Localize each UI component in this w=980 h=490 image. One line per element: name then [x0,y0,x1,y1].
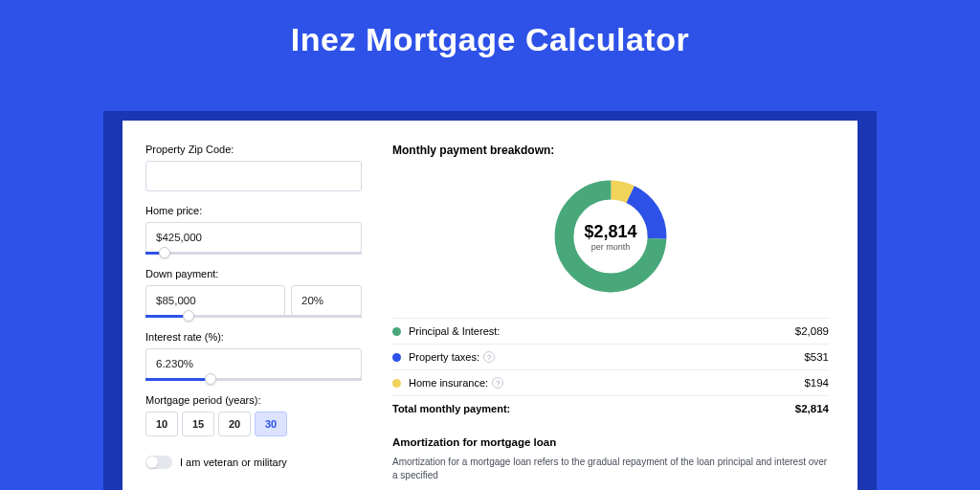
period-group: 10 15 20 30 [145,412,362,436]
legend-label: Property taxes: [409,351,479,363]
info-icon[interactable]: ? [483,351,495,363]
period-option-15[interactable]: 15 [182,412,214,436]
period-option-30[interactable]: 30 [255,412,287,436]
form-panel: Property Zip Code: Home price: Down paym… [122,121,373,490]
legend-label: Home insurance: [409,377,488,389]
info-icon[interactable]: ? [492,377,503,389]
legend-total-row: Total monthly payment: $2,814 [392,395,829,421]
period-label: Mortgage period (years): [145,394,362,406]
breakdown-donut-chart: $2,814 per month [549,175,672,298]
interest-rate-input[interactable] [145,348,362,379]
down-payment-label: Down payment: [145,268,362,279]
veteran-toggle[interactable] [145,456,172,469]
legend-value: $2,089 [795,325,829,337]
donut-total-amount: $2,814 [584,222,636,242]
down-payment-input[interactable] [145,285,285,316]
zip-input[interactable] [145,161,362,191]
legend-row: Home insurance: ? $194 [392,369,829,395]
calculator-card: Property Zip Code: Home price: Down paym… [122,121,858,490]
legend-value: $194 [804,377,829,389]
legend-dot-icon [392,353,401,362]
legend-dot-icon [392,327,401,336]
donut-per-month: per month [591,242,631,252]
slider-thumb[interactable] [205,373,216,385]
interest-rate-slider[interactable] [145,378,362,381]
page-title: Inez Mortgage Calculator [0,0,980,66]
slider-thumb[interactable] [159,247,170,258]
interest-rate-label: Interest rate (%): [145,331,362,343]
breakdown-title: Monthly payment breakdown: [392,144,829,157]
amortization-title: Amortization for mortgage loan [392,436,829,448]
legend-row: Property taxes: ? $531 [392,344,829,369]
legend-value: $531 [804,351,829,363]
slider-thumb[interactable] [183,310,194,322]
total-value: $2,814 [795,403,829,414]
legend-row: Principal & Interest: $2,089 [392,318,829,344]
home-price-label: Home price: [145,205,362,216]
amortization-text: Amortization for a mortgage loan refers … [392,456,829,481]
legend-dot-icon [392,379,401,388]
period-option-20[interactable]: 20 [218,412,251,436]
legend-label: Principal & Interest: [409,325,500,337]
down-payment-pct-input[interactable] [291,285,362,316]
home-price-input[interactable] [145,222,362,253]
period-option-10[interactable]: 10 [145,412,178,436]
veteran-label: I am veteran or military [180,457,287,468]
down-payment-slider[interactable] [145,315,362,318]
total-label: Total monthly payment: [392,403,510,414]
home-price-slider[interactable] [145,252,362,255]
zip-label: Property Zip Code: [145,144,362,155]
results-panel: Monthly payment breakdown: $2,814 per mo… [373,121,858,490]
